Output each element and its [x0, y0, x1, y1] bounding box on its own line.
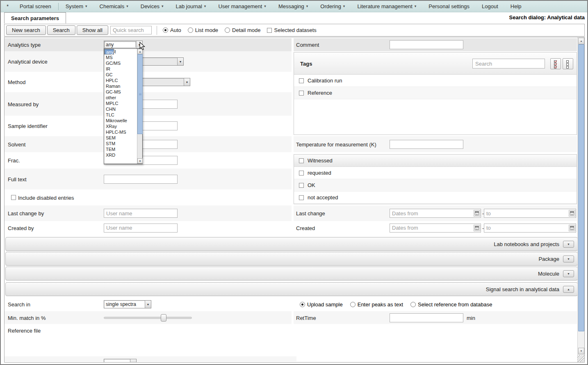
menu-item-devices[interactable]: Devices▾ — [134, 1, 170, 12]
date-picker-button[interactable] — [569, 210, 575, 217]
status-row-requested[interactable]: requested — [294, 167, 577, 179]
dropdown-option-selected[interactable]: any — [104, 49, 114, 55]
created-from-input[interactable] — [390, 224, 481, 233]
comment-input[interactable] — [390, 40, 463, 49]
scroll-up-button[interactable]: ▲ — [578, 38, 584, 44]
select-dropdown-button[interactable] — [130, 359, 136, 363]
scroll-down-button[interactable]: ▼ — [578, 348, 584, 354]
show-all-button[interactable]: Show all — [77, 25, 108, 35]
select-reference-radio[interactable]: Select reference from database — [410, 301, 492, 308]
status-row-ok[interactable]: OK — [294, 179, 577, 192]
tag-label: Calibration run — [308, 78, 342, 84]
date-picker-button[interactable] — [474, 225, 480, 231]
created-to-input[interactable] — [484, 224, 576, 233]
reference-file-label: Reference file — [8, 327, 41, 333]
menu-item-ordering[interactable]: Ordering▾ — [314, 1, 351, 12]
tag-row-calibration-run[interactable]: Calibration run — [294, 75, 577, 87]
scrollbar-thumb[interactable] — [578, 44, 584, 331]
quick-search-input[interactable] — [110, 26, 152, 34]
form-row-min-match: Min. match in % — [5, 311, 292, 324]
status-row-witnessed[interactable]: Witnessed — [294, 155, 577, 167]
menu-item-help[interactable]: Help — [504, 1, 528, 12]
status-row-not-accepted[interactable]: not accepted — [294, 192, 577, 204]
chevron-down-icon: ▾ — [343, 5, 345, 8]
mode-auto-label: Auto — [170, 27, 181, 33]
menu-item-personal-settings[interactable]: Personal settings — [422, 1, 476, 12]
section-expand-button[interactable]: ▼ — [563, 270, 574, 277]
select-dropdown-button[interactable]: ▼ — [184, 78, 190, 86]
date-picker-button[interactable] — [569, 225, 575, 231]
enter-peaks-radio[interactable]: Enter peaks as text — [350, 301, 403, 308]
selected-datasets-checkbox[interactable]: Selected datasets — [267, 27, 316, 33]
vertical-scrollbar[interactable]: ▲ ▼ — [577, 37, 584, 362]
section-collapse-button[interactable]: ▲ — [563, 286, 574, 293]
dropdown-arrow-icon: ▼ — [147, 303, 150, 306]
new-search-button[interactable]: New search — [6, 25, 46, 35]
section-package-bar[interactable]: Package ▼ — [5, 252, 578, 266]
analytics-type-select[interactable]: any ▼ — [104, 41, 143, 49]
menu-item-portal-screen[interactable]: Portal screen — [14, 1, 57, 12]
check-all-tags-button[interactable] — [550, 58, 561, 69]
dropdown-scrollbar-thumb[interactable] — [137, 54, 143, 134]
full-text-label: Full text — [8, 176, 27, 182]
section-molecule-bar[interactable]: Molecule ▼ — [5, 267, 578, 281]
menu-item-lab-journal[interactable]: Lab journal▾ — [170, 1, 212, 12]
menu-item-literature-management[interactable]: Literature management▾ — [351, 1, 422, 12]
full-text-input[interactable] — [104, 175, 178, 184]
search-in-label: Search in — [8, 301, 30, 308]
partial-select[interactable] — [104, 359, 137, 363]
arrow-down-icon: ▼ — [139, 160, 141, 162]
menu-item-logout[interactable]: Logout — [476, 1, 504, 12]
menu-item-star[interactable]: * — [1, 1, 14, 12]
menu-item-label: Devices — [141, 3, 160, 9]
mode-detail-radio[interactable]: Detail mode — [225, 27, 260, 33]
tag-row-reference[interactable]: Reference — [294, 87, 577, 99]
mode-auto-radio[interactable]: Auto — [163, 27, 181, 33]
analytics-type-label: Analytics type — [8, 42, 41, 48]
select-dropdown-button[interactable]: ▼ — [177, 58, 183, 65]
last-change-from-field — [390, 209, 481, 218]
last-change-to-input[interactable] — [484, 209, 576, 218]
menu-item-system[interactable]: System▾ — [59, 1, 93, 12]
analytics-type-value: any — [104, 41, 136, 48]
last-change-label: Last change — [296, 210, 325, 217]
include-disabled-label: Include disabled entries — [18, 194, 74, 201]
search-in-select[interactable]: single spectra ▼ — [104, 300, 151, 308]
tags-search-input[interactable] — [472, 59, 545, 68]
upload-sample-radio[interactable]: Upload sample — [300, 301, 343, 308]
min-match-label: Min. match in % — [8, 315, 46, 321]
menu-item-user-management[interactable]: User management▾ — [212, 1, 272, 12]
resize-grip[interactable] — [577, 355, 584, 362]
chevron-down-icon: ▾ — [85, 5, 87, 8]
dropdown-scrollbar[interactable]: ▲ ▼ — [137, 49, 142, 164]
menu-item-messaging[interactable]: Messaging▾ — [272, 1, 314, 12]
created-to-field — [484, 224, 576, 233]
last-change-by-input[interactable] — [104, 209, 178, 218]
scroll-down-button[interactable]: ▼ — [137, 158, 143, 164]
min-match-slider-track[interactable] — [104, 317, 192, 319]
temperature-input[interactable] — [390, 140, 463, 149]
section-expand-button[interactable]: ▼ — [563, 241, 574, 248]
section-lab-notebooks-bar[interactable]: Lab notebooks and projects ▼ — [5, 237, 578, 251]
checkbox-icon — [299, 195, 304, 200]
checkbox-icon — [299, 171, 304, 176]
signal-source-radios: Upload sample Enter peaks as text Select… — [294, 297, 577, 311]
section-expand-button[interactable]: ▼ — [563, 256, 574, 262]
section-package-label: Package — [538, 256, 559, 262]
tab-search-parameters[interactable]: Search parameters — [4, 12, 66, 23]
rettime-label: RetTime — [296, 315, 316, 321]
rettime-input[interactable] — [390, 313, 463, 322]
date-picker-button[interactable] — [474, 210, 480, 217]
search-button[interactable]: Search — [47, 25, 75, 35]
last-change-from-input[interactable] — [390, 209, 481, 218]
include-disabled-checkbox[interactable]: Include disabled entries — [11, 194, 74, 201]
select-dropdown-button[interactable]: ▼ — [145, 301, 151, 308]
min-match-slider-thumb[interactable] — [161, 314, 166, 322]
menu-item-chemicals[interactable]: Chemicals▾ — [93, 1, 134, 12]
mode-list-radio[interactable]: List mode — [188, 27, 218, 33]
created-by-input[interactable] — [104, 224, 178, 233]
section-signal-search-bar[interactable]: Signal search in analytical data ▲ — [5, 282, 578, 296]
analytical-device-label: Analytical device — [8, 59, 48, 65]
status-label: Witnessed — [308, 157, 333, 164]
uncheck-all-tags-button[interactable] — [563, 58, 573, 69]
